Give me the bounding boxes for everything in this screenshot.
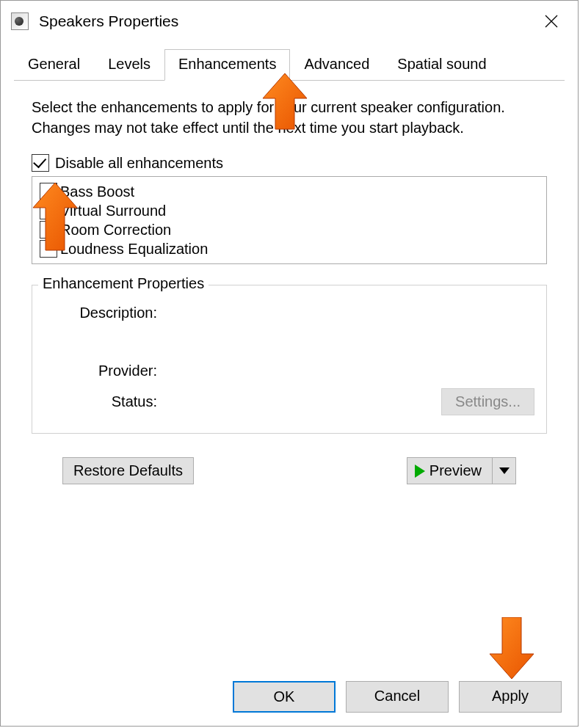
enhancements-listbox: Bass Boost Virtual Surround Room Correct… <box>32 176 547 264</box>
tab-spatial-sound[interactable]: Spatial sound <box>383 49 500 80</box>
titlebar: Speakers Properties <box>1 1 578 42</box>
description-row: Description: <box>47 305 534 321</box>
status-label: Status: <box>47 393 157 410</box>
window-title: Speakers Properties <box>39 12 178 30</box>
list-item-label: Virtual Surround <box>60 203 166 219</box>
play-icon <box>415 465 425 478</box>
list-item-label: Loudness Equalization <box>60 241 208 258</box>
list-item[interactable]: Loudness Equalization <box>40 240 539 258</box>
disable-all-checkbox[interactable] <box>32 154 49 172</box>
close-icon <box>545 15 558 28</box>
tab-enhancements[interactable]: Enhancements <box>164 49 290 81</box>
disable-all-checkbox-row: Disable all enhancements <box>32 154 547 172</box>
titlebar-left: Speakers Properties <box>11 12 178 30</box>
close-button[interactable] <box>534 8 569 34</box>
list-item-label: Bass Boost <box>60 183 134 200</box>
cancel-button[interactable]: Cancel <box>346 681 449 713</box>
tab-bar: General Levels Enhancements Advanced Spa… <box>14 49 565 81</box>
bass-boost-checkbox[interactable] <box>40 183 57 200</box>
list-item[interactable]: Bass Boost <box>40 183 539 200</box>
dialog-buttons: OK Cancel Apply <box>233 681 562 713</box>
apply-button[interactable]: Apply <box>459 681 562 713</box>
speaker-icon <box>11 12 29 30</box>
chevron-down-icon <box>499 467 510 474</box>
annotation-arrow-apply <box>488 617 535 680</box>
lower-buttons-row: Restore Defaults Preview <box>62 457 516 484</box>
settings-button: Settings... <box>441 388 534 415</box>
preview-button[interactable]: Preview <box>407 457 493 484</box>
tab-levels[interactable]: Levels <box>94 49 164 80</box>
tab-advanced[interactable]: Advanced <box>290 49 383 80</box>
dialog-window: Speakers Properties General Levels Enhan… <box>0 0 579 727</box>
list-item-label: Room Correction <box>60 222 171 239</box>
preview-button-group: Preview <box>407 457 516 484</box>
tab-content: Select the enhancements to apply for you… <box>1 81 578 499</box>
ok-button[interactable]: OK <box>233 681 336 713</box>
virtual-surround-checkbox[interactable] <box>40 202 57 219</box>
provider-row: Provider: <box>47 363 534 379</box>
group-legend: Enhancement Properties <box>38 275 209 292</box>
status-row: Status: Settings... <box>47 388 534 415</box>
loudness-eq-checkbox[interactable] <box>40 240 57 258</box>
list-item[interactable]: Virtual Surround <box>40 202 539 219</box>
description-label: Description: <box>47 305 157 321</box>
preview-label: Preview <box>429 462 482 479</box>
disable-all-label: Disable all enhancements <box>55 155 223 172</box>
enhancement-properties-group: Enhancement Properties Description: Prov… <box>32 285 547 434</box>
svg-marker-4 <box>490 617 534 679</box>
provider-label: Provider: <box>47 363 157 379</box>
tab-general[interactable]: General <box>14 49 94 80</box>
description-text: Select the enhancements to apply for you… <box>32 97 547 138</box>
list-item[interactable]: Room Correction <box>40 221 539 239</box>
room-correction-checkbox[interactable] <box>40 221 57 239</box>
restore-defaults-button[interactable]: Restore Defaults <box>62 457 194 484</box>
preview-dropdown-button[interactable] <box>493 457 516 484</box>
